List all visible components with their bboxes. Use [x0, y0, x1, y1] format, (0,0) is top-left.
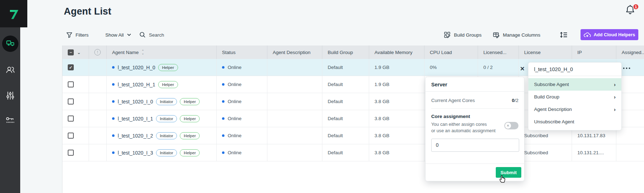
agent-name-cell[interactable]: l_test_1020_I_0InitiatorHelper [107, 93, 217, 110]
sidebar-item-agents[interactable] [0, 36, 20, 52]
build-groups-button[interactable]: Build Groups [444, 30, 482, 40]
agent-status-dot [112, 117, 115, 120]
agent-name-cell[interactable]: l_test_1020_H_1Helper [107, 76, 217, 93]
header-licensed[interactable]: Licensed... [478, 45, 519, 59]
status-cell: Online [217, 127, 267, 144]
header-license[interactable]: License [519, 45, 572, 59]
show-all-dropdown[interactable]: Show All [105, 30, 131, 40]
sort-arrows-icon[interactable]: ⌃⌄ [141, 50, 144, 54]
row-alert-cell [89, 110, 107, 127]
agent-context-menu: l_test_1020_H_0 Subscribe Agent›Build Gr… [528, 62, 622, 130]
row-checkbox[interactable] [68, 133, 74, 139]
header-status[interactable]: Status [217, 45, 267, 59]
role-badge-helper: Helper [180, 149, 200, 156]
menu-item-label: Unsubscribe Agent [534, 119, 574, 124]
agent-status-dot [112, 100, 115, 103]
header-available-memory[interactable]: Available Memory [369, 45, 424, 59]
memory-cell: 3.8 GB [369, 144, 424, 161]
menu-item-label: Build Group [534, 94, 559, 100]
status-cell: Online [217, 110, 267, 127]
table-row: l_test_1020_I_3InitiatorHelperOnlineDefa… [62, 144, 644, 161]
header-agent-name[interactable]: Agent Name ⌃⌄ [107, 45, 217, 59]
filters-button[interactable]: Filters [66, 30, 89, 40]
select-menu-chevron-icon[interactable]: ⌄ [77, 50, 81, 55]
header-agent-description[interactable]: Agent Description [267, 45, 322, 59]
context-menu-title: l_test_1020_H_0 [528, 63, 621, 76]
filters-label: Filters [76, 32, 89, 38]
menu-item-subscribe-agent[interactable]: Subscribe Agent› [528, 78, 621, 91]
agent-name-label: l_test_1020_H_0 [118, 65, 155, 70]
license-key-icon [5, 116, 15, 125]
row-checkbox[interactable] [68, 150, 74, 156]
close-icon[interactable]: ✕ [519, 65, 526, 72]
notification-badge: 1 [633, 4, 639, 10]
search-input[interactable]: Search [139, 30, 164, 40]
sidebar-item-settings[interactable] [0, 91, 20, 100]
agent-status-dot [112, 134, 115, 137]
row-checkbox[interactable] [68, 116, 74, 122]
sort-lines-icon [560, 31, 568, 38]
header-select-cell: – ⌄ [62, 45, 89, 59]
agents-icon [6, 39, 15, 48]
menu-item-unsubscribe-agent[interactable]: Unsubscribe Agent [528, 116, 621, 128]
sort-order-button[interactable] [560, 30, 568, 40]
status-label: Online [228, 133, 242, 138]
row-select-cell [62, 110, 89, 127]
description-cell [267, 59, 322, 76]
build-group-cell: Default [322, 144, 369, 161]
memory-cell: 3.8 GB [369, 110, 424, 127]
header-ip[interactable]: IP [572, 45, 616, 59]
agent-name-cell[interactable]: l_test_1020_I_1InitiatorHelper [107, 110, 217, 127]
agent-status-dot [112, 151, 115, 154]
memory-cell: 3.8 GB [369, 93, 424, 110]
agent-name-label: l_test_1020_I_1 [118, 116, 153, 122]
manage-columns-button[interactable]: Manage Columns [493, 30, 540, 40]
row-checkbox[interactable]: ✓ [68, 64, 74, 70]
automatic-assignment-toggle[interactable]: ✕ [504, 122, 518, 129]
row-more-actions-button[interactable] [623, 65, 635, 71]
search-icon [139, 32, 146, 38]
role-badge-helper: Helper [158, 64, 178, 71]
menu-item-build-group[interactable]: Build Group› [528, 91, 621, 103]
build-group-cell: Default [322, 93, 369, 110]
agent-name-header-label: Agent Name [112, 50, 139, 55]
build-groups-icon [444, 32, 451, 38]
row-select-cell [62, 93, 89, 110]
cores-input[interactable] [431, 139, 519, 152]
header-cpu-load[interactable]: CPU Load [424, 45, 478, 59]
sidebar-item-license[interactable] [0, 116, 20, 125]
licensed-cell: 0 / 2 [478, 59, 519, 76]
filter-funnel-icon [66, 32, 72, 38]
alert-info-icon: ! [94, 49, 101, 55]
row-select-cell: ✓ [62, 59, 89, 76]
row-checkbox[interactable] [68, 81, 74, 87]
header-assigned[interactable]: Assigned... [616, 45, 644, 59]
add-cloud-helpers-button[interactable]: Add Cloud Helpers [581, 29, 638, 40]
menu-item-agent-description[interactable]: Agent Description› [528, 103, 621, 116]
agent-name-cell[interactable]: l_test_1020_I_3InitiatorHelper [107, 144, 217, 161]
select-all-checkbox[interactable]: – [68, 49, 74, 55]
notifications-button[interactable]: 1 [625, 4, 640, 18]
online-status-dot [222, 66, 224, 69]
role-badge-helper: Helper [180, 115, 200, 122]
sidebar [0, 0, 20, 193]
row-checkbox[interactable] [68, 98, 74, 104]
agent-name-cell[interactable]: l_test_1020_I_2InitiatorHelper [107, 127, 217, 144]
online-status-dot [222, 83, 224, 86]
header-build-group[interactable]: Build Group [322, 45, 369, 59]
sidebar-item-users[interactable] [0, 65, 20, 74]
cpu-cell: 0% [424, 59, 478, 76]
online-status-dot [222, 151, 224, 154]
menu-item-label: Subscribe Agent [534, 82, 569, 87]
status-cell: Online [217, 59, 267, 76]
agent-name-cell[interactable]: l_test_1020_H_0Helper [107, 59, 217, 76]
submenu-chevron-icon: › [614, 94, 616, 100]
submenu-chevron-icon: › [614, 81, 616, 87]
memory-cell: 1.9 GB [369, 59, 424, 76]
row-alert-cell [89, 144, 107, 161]
header-alert-cell: ! [89, 45, 107, 59]
core-assignment-hint: You can either assign cores or use an au… [431, 121, 495, 134]
status-cell: Online [217, 144, 267, 161]
app-logo[interactable] [0, 0, 27, 27]
row-select-cell [62, 144, 89, 161]
